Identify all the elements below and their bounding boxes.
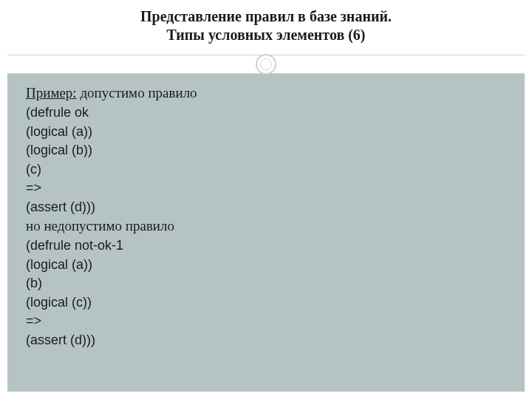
code-line: => bbox=[26, 312, 525, 331]
code-line: => bbox=[26, 179, 525, 198]
title-line-1: Представление правил в базе знаний. bbox=[0, 7, 532, 26]
code-line: (defrule not-ok-1 bbox=[26, 236, 525, 256]
code-line: (logical (c)) bbox=[26, 293, 525, 313]
code-line: (logical (a)) bbox=[26, 123, 525, 142]
slide: Представление правил в базе знаний. Типы… bbox=[0, 0, 532, 399]
but-line: но недопустимо правило bbox=[26, 216, 525, 236]
ring-ornament-icon bbox=[256, 54, 276, 75]
code-line: (assert (d))) bbox=[26, 198, 525, 217]
slide-title: Представление правил в базе знаний. Типы… bbox=[0, 7, 532, 44]
example-rest: допустимо правило bbox=[77, 85, 197, 100]
code-line: (defrule ok bbox=[26, 103, 525, 123]
title-line-2: Типы условных элементов (6) bbox=[0, 26, 532, 44]
content-panel: Пример: допустимо правило (defrule ok (l… bbox=[7, 73, 525, 392]
code-line: (assert (d))) bbox=[26, 331, 525, 350]
example-label: Пример: bbox=[26, 85, 77, 100]
code-line: (logical (a)) bbox=[26, 256, 525, 275]
code-line: (b) bbox=[26, 274, 525, 293]
code-line: (c) bbox=[26, 160, 525, 180]
example-line: Пример: допустимо правило bbox=[26, 83, 525, 103]
code-line: (logical (b)) bbox=[26, 141, 525, 160]
